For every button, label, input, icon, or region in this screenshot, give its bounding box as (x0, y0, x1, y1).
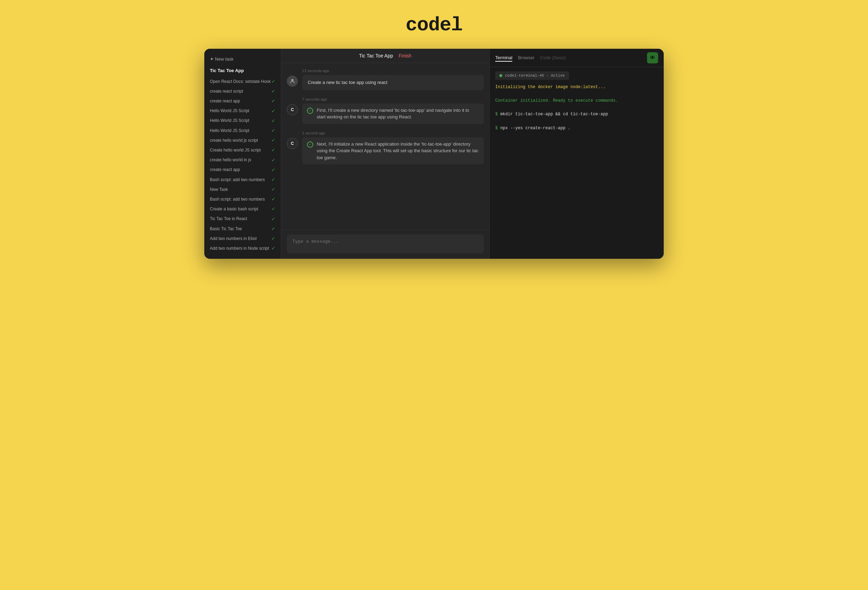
agent-message-content-3: 1 second ago ✓ Next, I'll initialize a n… (302, 131, 484, 165)
terminal-line-0: Initializing the docker image node:lates… (495, 84, 658, 90)
sidebar-item-7[interactable]: create hello world js script ✓ (204, 136, 281, 145)
terminal-line-1 (495, 92, 658, 97)
check-icon: ✓ (272, 88, 275, 95)
main-window: ✦ New task Tic Tac Toe App Open React Do… (204, 49, 664, 259)
sidebar-item-4[interactable]: Hello World JS Script ✓ (204, 106, 281, 116)
terminal-line-5 (495, 120, 658, 124)
new-task-button[interactable]: ✦ New task (204, 54, 281, 67)
sidebar-item-label: Create a basic bash script (210, 206, 272, 212)
sidebar-item-label: Hello World JS Script (210, 118, 272, 124)
sidebar-item-14[interactable]: Create a basic bash script ✓ (204, 204, 281, 214)
sidebar-item-label: Bash script: add two numbers (210, 197, 272, 203)
step-icon-2-0: ✓ (307, 108, 313, 114)
sidebar-item-label: create react app (210, 98, 272, 104)
check-icon: ✓ (272, 118, 275, 124)
agent-timestamp-2: 7 seconds ago (302, 97, 484, 101)
sidebar-item-label: Tic Tac Toe in React (210, 216, 272, 222)
eye-button[interactable]: 👁 (647, 52, 658, 64)
sidebar-item-label: New Task (210, 187, 272, 192)
step-text-3-0: Next, I'll initialize a new React applic… (317, 141, 479, 161)
sidebar-item-1[interactable]: Open React Docs: setstate Hook ✓ (204, 77, 281, 86)
agent-message-content-2: 7 seconds ago ✓ First, I'll create a new… (302, 97, 484, 124)
terminal-area: TerminalBrowserCode (Soon) 👁 codel-termi… (490, 49, 664, 259)
sidebar-item-10[interactable]: create react app ✓ (204, 165, 281, 175)
sidebar-item-15[interactable]: Tic Tac Toe in React ✓ (204, 214, 281, 224)
check-icon: ✓ (272, 235, 275, 242)
sidebar-item-5[interactable]: Hello World JS Script ✓ (204, 116, 281, 126)
prompt-dollar: $ (495, 126, 498, 131)
check-icon: ✓ (272, 78, 275, 85)
sidebar-item-label: Hello World JS Script (210, 108, 272, 114)
sidebar-item-2[interactable]: create react script ✓ (204, 86, 281, 96)
sidebar-item-label: Basic Tic Tac Toe (210, 226, 272, 232)
chat-messages: 13 seconds ago Create a new tic tac toe … (281, 63, 489, 230)
sidebar-item-9[interactable]: create hello world in js ✓ (204, 155, 281, 165)
sidebar-item-6[interactable]: Hello World JS Script ✓ (204, 126, 281, 136)
chat-input-area (281, 230, 489, 259)
message-content-1: 13 seconds ago Create a new tic tac toe … (302, 69, 484, 90)
sidebar-item-17[interactable]: Add two numbers in Elixir ✓ (204, 234, 281, 244)
svg-point-0 (291, 79, 294, 81)
terminal-line-3 (495, 105, 658, 110)
sidebar-item-16[interactable]: Basic Tic Tac Toe ✓ (204, 224, 281, 234)
terminal-line-4: $ mkdir tic-tac-toe-app && cd tic-tac-to… (495, 111, 658, 118)
sidebar-item-12[interactable]: New Task ✓ (204, 185, 281, 194)
message-group-1: 13 seconds ago Create a new tic tac toe … (287, 69, 484, 90)
sidebar-items-list: Open React Docs: setstate Hook ✓ create … (204, 77, 281, 253)
message-bubble-1: Create a new tic tac toe app using react (302, 75, 484, 90)
terminal-tab-browser[interactable]: Browser (518, 54, 534, 62)
sidebar-item-label: create react script (210, 89, 272, 95)
sidebar-item-label: create react app (210, 167, 272, 173)
check-icon: ✓ (272, 108, 275, 114)
check-icon: ✓ (272, 167, 275, 173)
sidebar-item-label: Open React Docs: setstate Hook (210, 79, 272, 85)
prompt-dollar: $ (495, 112, 498, 117)
sidebar-item-3[interactable]: create react app ✓ (204, 96, 281, 106)
message-group-2: C 7 seconds ago ✓ First, I'll create a n… (287, 97, 484, 124)
check-icon: ✓ (272, 137, 275, 143)
check-icon: ✓ (272, 245, 275, 251)
sidebar-item-18[interactable]: Add two numbers in Node script ✓ (204, 244, 281, 253)
chat-area: Tic Tac Toe App Finish 13 seconds ago Cr… (281, 49, 490, 259)
check-icon: ✓ (272, 216, 275, 222)
terminal-tab-name: codel-terminal-45 · Active (505, 74, 565, 78)
terminal-tab-list: TerminalBrowserCode (Soon) (495, 54, 566, 62)
terminal-line-6: $ npx --yes create-react-app . (495, 125, 658, 132)
sidebar-item-label: Bash script: add two numbers (210, 177, 272, 183)
check-icon: ✓ (272, 147, 275, 153)
sidebar-item-label: create hello world in js (210, 157, 272, 163)
check-icon: ✓ (272, 226, 275, 232)
terminal-command: npx --yes create-react-app . (500, 126, 570, 131)
check-icon: ✓ (272, 157, 275, 163)
check-icon: ✓ (272, 127, 275, 134)
terminal-tabs-bar: TerminalBrowserCode (Soon) 👁 (490, 49, 664, 67)
message-timestamp-1: 13 seconds ago (302, 69, 484, 73)
agent-step-2-0: ✓ First, I'll create a new directory nam… (302, 104, 484, 124)
app-title: codel (406, 14, 462, 36)
terminal-content: codel-terminal-45 · Active Initializing … (490, 67, 664, 259)
finish-button[interactable]: Finish (399, 53, 411, 59)
check-icon: ✓ (272, 196, 275, 203)
sidebar: ✦ New task Tic Tac Toe App Open React Do… (204, 49, 281, 259)
chat-input[interactable] (287, 234, 484, 253)
check-icon: ✓ (272, 98, 275, 104)
sidebar-item-11[interactable]: Bash script: add two numbers ✓ (204, 175, 281, 185)
terminal-command: mkdir tic-tac-toe-app && cd tic-tac-toe-… (500, 112, 608, 117)
check-icon: ✓ (272, 206, 275, 212)
check-icon: ✓ (272, 177, 275, 183)
sidebar-item-label: Create hello world JS script (210, 147, 272, 153)
message-group-3: C 1 second ago ✓ Next, I'll initialize a… (287, 131, 484, 165)
agent-avatar: C (287, 104, 298, 115)
sidebar-item-label: Hello World JS Script (210, 128, 272, 134)
sidebar-item-8[interactable]: Create hello world JS script ✓ (204, 145, 281, 155)
agent-avatar: C (287, 138, 298, 149)
chat-header: Tic Tac Toe App Finish (281, 49, 489, 63)
sidebar-item-label: Add two numbers in Node script (210, 245, 272, 251)
sidebar-item-13[interactable]: Bash script: add two numbers ✓ (204, 194, 281, 204)
terminal-tab-code: Code (Soon) (540, 54, 566, 62)
sidebar-item-label: create hello world js script (210, 138, 272, 143)
terminal-active-tab: codel-terminal-45 · Active (495, 71, 569, 80)
terminal-tab-terminal[interactable]: Terminal (495, 54, 512, 62)
user-avatar (287, 75, 298, 87)
terminal-status-dot (499, 74, 502, 77)
